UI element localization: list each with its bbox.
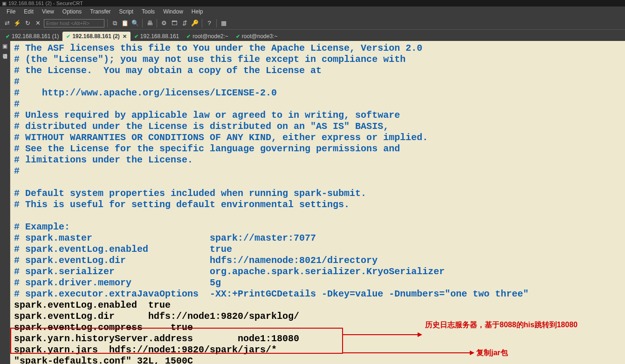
terminal-line: # spark.executor.extraJavaOptions -XX:+P… [14,289,529,299]
tab-label: root@node2:~ [192,33,228,40]
terminal-line: spark.yarn.historyServer.address node1:1… [14,333,299,344]
terminal-line: # the License. You may obtain a copy of … [14,65,322,76]
check-icon: ✔ [236,34,240,40]
terminal-line: # spark.driver.memory 5g [14,277,221,288]
activator-icon[interactable]: ▦ [220,19,228,27]
close-icon[interactable]: ✕ [123,34,127,40]
help-icon[interactable]: ? [205,19,213,27]
tab-3[interactable]: ✔ 192.168.88.161 [130,32,183,41]
find-icon[interactable]: 🔍 [131,19,139,27]
tab-label: 192.168.88.161 (1) [12,33,59,40]
session-manager-sidebar[interactable]: ▣ 会话管理器 [0,41,10,364]
copy-icon[interactable]: ⧉ [110,19,119,27]
terminal-line: # (the "License"); you may not use this … [14,54,405,65]
toolbar: ⇄ ⚡ ↻ ✕ ⧉ 📋 🔍 🖶 ⚙ 🗔 ⇵ 🔑 ? ▦ [0,17,625,30]
terminal-line: # [14,76,20,87]
terminal-output[interactable]: # The ASF licenses this file to You unde… [10,41,625,364]
terminal-line: spark.eventLog.enabled true [14,300,171,310]
tab-label: 192.168.88.161 (2) [72,33,119,40]
window-titlebar: ▣ 192.168.88.161 (2) - SecureCRT [0,0,625,7]
terminal-line: # distributed under the License is distr… [14,121,389,132]
terminal-line: # Default system properties included whe… [14,188,366,199]
terminal-line: "spark-defaults.conf" 32L, 1500C [14,356,193,364]
menu-tools[interactable]: Tools [138,7,158,16]
terminal-line: spark.eventLog.compress true [14,322,193,333]
terminal-line: # spark.eventLog.dir hdfs://namenode:802… [14,255,378,266]
terminal-line: # limitations under the License. [14,155,193,165]
menu-file[interactable]: File [3,7,19,16]
check-icon: ✔ [186,34,191,40]
terminal-line: # spark.serializer org.apache.spark.seri… [14,266,445,277]
menu-help[interactable]: Help [188,7,207,16]
check-icon: ✔ [6,34,10,40]
terminal-line: # The ASF licenses this file to You unde… [14,43,422,54]
terminal-line: # [14,166,20,176]
reconnect-icon[interactable]: ↻ [23,19,32,27]
terminal-line: # spark.master spark://master:7077 [14,233,316,243]
tab-5[interactable]: ✔ root@node3:~ [232,32,282,41]
tab-label: 192.168.88.161 [140,33,179,40]
app-icon: ▣ [2,0,7,7]
terminal-line: # Example: [14,222,70,232]
tabbar: ✔ 192.168.88.161 (1) ✔ 192.168.88.161 (2… [0,30,625,41]
sftp-icon[interactable]: ⇵ [180,19,189,27]
terminal-line: spark.yarn.jars hdfs://node1:9820/spark/… [14,344,277,355]
terminal-line: # Unless required by applicable law or a… [14,110,400,121]
tab-label: root@node3:~ [242,33,278,40]
menu-options[interactable]: Options [59,7,85,16]
tab-1[interactable]: ✔ 192.168.88.161 (1) [2,32,62,41]
menubar: File Edit View Options Transfer Script T… [0,7,625,17]
content-area: ▣ 会话管理器 # The ASF licenses this file to … [0,41,625,364]
terminal-line: # [14,99,20,109]
connect-icon[interactable]: ⇄ [3,19,11,27]
tab-4[interactable]: ✔ root@node2:~ [183,32,232,41]
options-icon[interactable]: ⚙ [160,19,168,27]
terminal-line: # spark.eventLog.enabled true [14,244,232,255]
sidebar-icon: ▣ [2,43,7,49]
quick-connect-icon[interactable]: ⚡ [13,19,21,27]
host-input[interactable] [44,19,104,27]
paste-icon[interactable]: 📋 [121,19,129,27]
terminal-line: # This is useful for setting default env… [14,199,350,210]
menu-window[interactable]: Window [159,7,187,16]
terminal-line: spark.eventLog.dir hdfs://node1:9820/spa… [14,311,299,322]
menu-edit[interactable]: Edit [20,7,37,16]
terminal-line: # See the License for the specific langu… [14,143,400,154]
menu-transfer[interactable]: Transfer [86,7,114,16]
terminal-line: # http://www.apache.org/licenses/LICENSE… [14,88,277,98]
menu-script[interactable]: Script [115,7,137,16]
check-icon: ✔ [66,34,70,40]
menu-view[interactable]: View [38,7,58,16]
terminal-line: # WITHOUT WARRANTIES OR CONDITIONS OF AN… [14,132,428,143]
session-options-icon[interactable]: 🗔 [170,19,179,27]
window-title: 192.168.88.161 (2) - SecureCRT [8,0,83,6]
disconnect-icon[interactable]: ✕ [34,19,42,27]
print-icon[interactable]: 🖶 [145,19,154,27]
check-icon: ✔ [134,34,138,40]
tab-2[interactable]: ✔ 192.168.88.161 (2) ✕ [62,32,130,41]
key-icon[interactable]: 🔑 [191,19,199,27]
